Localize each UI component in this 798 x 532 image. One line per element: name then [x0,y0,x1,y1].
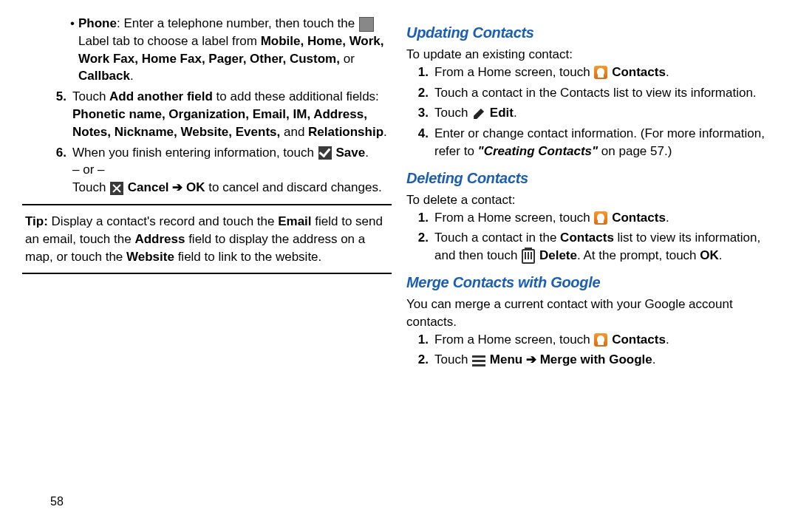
t: on page 57.) [598,144,672,158]
list-item: 1. From a Home screen, touch Contacts. [406,64,776,81]
step-number: 2. [406,84,434,102]
step-number: 2. [406,229,434,265]
phone-label: Phone [78,16,117,30]
divider [22,273,392,274]
t: Touch [434,106,471,120]
pencil-icon [472,107,485,120]
t: Contacts [612,332,666,347]
t: Merge with Google [540,352,652,366]
t: Touch [72,180,109,194]
list-item: 2. Touch a contact in the Contacts list … [406,229,776,265]
t: Display a contact's record and touch the [52,214,279,228]
step-text: Enter or change contact information. (Fo… [434,125,776,160]
intro: You can merge a current contact with you… [406,296,776,331]
t: Touch [434,352,471,366]
check-icon [318,146,332,160]
t: . At the prompt, touch [577,248,700,262]
intro: To delete a contact: [406,191,776,209]
t: – or – [72,163,104,177]
t: Address [134,232,185,246]
t: Add another field [109,89,213,103]
step-text: Touch a contact in the Contacts list to … [434,229,776,265]
heading-deleting: Deleting Contacts [406,168,776,188]
step-text: Touch Menu ➔ Merge with Google. [434,351,776,369]
t: to add these additional fields: [213,89,379,103]
contacts-icon [594,333,607,347]
step-number: 1. [406,64,434,81]
t: Menu [490,352,522,366]
t: Touch [72,89,109,103]
t: Contacts [612,211,666,225]
bullet-text: Phone: Enter a telephone number, then to… [78,15,392,85]
tip-block: Tip: Display a contact's record and touc… [22,213,392,265]
page-number: 58 [50,495,64,508]
t: to cancel and discard changes. [205,180,382,194]
arrow-icon: ➔ [169,180,186,194]
t: Edit [490,106,514,120]
list-item: 2. Touch a contact in the Contacts list … [406,84,776,102]
step-number: 6. [44,144,72,197]
t: OK [186,180,205,194]
t: Contacts [612,65,666,79]
divider [22,204,392,205]
x-icon [110,182,123,195]
step-number: 1. [406,331,434,349]
t: Relationship [308,125,383,139]
step-text: When you finish entering information, to… [72,144,392,197]
step-text: From a Home screen, touch Contacts. [434,331,776,349]
intro: To update an existing contact: [406,46,776,64]
t: Label tab to choose a label from [78,34,261,48]
heading-updating: Updating Contacts [406,22,776,43]
list-item: 5. Touch Add another field to add these … [44,88,392,140]
list-item: 1. From a Home screen, touch Contacts. [406,331,776,349]
t: Contacts [560,231,614,245]
t: Touch a contact in the [434,231,560,245]
step-number: 3. [406,104,434,122]
list-item: 1. From a Home screen, touch Contacts. [406,209,776,227]
bullet-mark: • [66,15,78,85]
t: From a Home screen, touch [434,332,593,347]
t: Delete [539,248,577,262]
heading-merge: Merge Contacts with Google [406,272,776,293]
step-text: From a Home screen, touch Contacts. [434,209,776,227]
tip-label: Tip: [25,214,52,228]
step-text: Touch a contact in the Contacts list to … [434,84,776,102]
manual-page: • Phone: Enter a telephone number, then … [0,0,798,502]
t: field to link to the website. [174,250,321,264]
t: Save [335,146,365,160]
trash-icon [522,249,535,264]
step-number: 2. [406,351,434,369]
arrow-icon: ➔ [522,352,539,366]
t: Cancel [128,180,169,194]
step-number: 5. [44,88,72,140]
t: and [284,125,308,139]
t: Email [278,214,311,228]
step-number: 1. [406,209,434,227]
t: or [344,52,355,66]
list-item: 2. Touch Menu ➔ Merge with Google. [406,351,776,369]
label-tab-icon [359,17,374,32]
t: When you finish entering information, to… [72,146,318,160]
menu-icon [472,354,485,367]
step5-block: 5. Touch Add another field to add these … [44,88,392,140]
list-item: 6. When you finish entering information,… [44,144,392,197]
phone-bullet-block: • Phone: Enter a telephone number, then … [66,15,392,85]
left-column: • Phone: Enter a telephone number, then … [22,15,392,495]
t: OK [700,248,719,262]
t: From a Home screen, touch [434,65,593,79]
step-text: Touch Edit. [434,104,776,122]
bullet-row: • Phone: Enter a telephone number, then … [66,15,392,85]
step-text: Touch Add another field to add these add… [72,88,392,140]
cross-ref: "Creating Contacts" [478,144,598,158]
t: From a Home screen, touch [434,211,593,225]
right-column: Updating Contacts To update an existing … [406,15,776,495]
list-item: 3. Touch Edit. [406,104,776,122]
step6-block: 6. When you finish entering information,… [44,144,392,197]
t: Website [126,250,174,264]
step-number: 4. [406,125,434,160]
list-item: 4. Enter or change contact information. … [406,125,776,160]
contacts-icon [594,66,607,79]
t: Callback [78,69,130,83]
contacts-icon [594,211,607,225]
step-text: From a Home screen, touch Contacts. [434,64,776,81]
